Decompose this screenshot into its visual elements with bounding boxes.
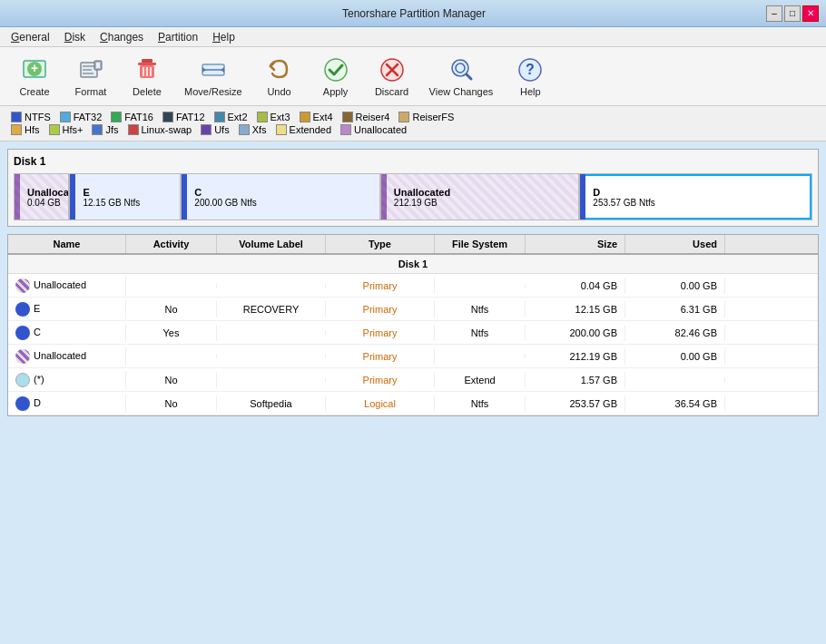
view-changes-label: View Changes: [429, 86, 494, 97]
table-cell: 0.04 GB: [526, 278, 625, 294]
row-icon: [15, 326, 30, 340]
view-changes-button[interactable]: View Changes: [421, 51, 502, 102]
partition-block[interactable]: D253.57 GB Ntfs: [580, 174, 811, 220]
partition-block[interactable]: C200.00 GB Ntfs: [182, 174, 381, 220]
table-column-header: Name: [8, 235, 126, 253]
partition-block[interactable]: E12.15 GB Ntfs: [70, 174, 182, 220]
row-icon: [15, 302, 30, 317]
table-cell: [435, 354, 526, 359]
window-title: Tenorshare Partition Manager: [62, 7, 766, 20]
menu-general[interactable]: General: [4, 29, 57, 45]
format-label: Format: [75, 86, 107, 97]
window-controls: – □ ✕: [766, 5, 819, 22]
table-cell: [625, 377, 725, 383]
menu-changes[interactable]: Changes: [93, 29, 151, 45]
help-button[interactable]: ? Help: [503, 51, 557, 102]
partition-block[interactable]: Unallocated212.19 GB: [381, 174, 581, 220]
menu-help[interactable]: Help: [205, 29, 242, 45]
legend-row-2: HfsHfs+JfsLinux-swapUfsXfsExtendedUnallo…: [11, 124, 815, 135]
help-label: Help: [520, 86, 541, 97]
apply-button[interactable]: Apply: [309, 51, 363, 102]
close-button[interactable]: ✕: [802, 5, 819, 22]
legend-item: Xfs: [239, 124, 267, 135]
legend-item: FAT32: [60, 112, 103, 122]
table-cell-name: E: [8, 299, 126, 319]
svg-text:?: ?: [526, 62, 535, 77]
menu-partition[interactable]: Partition: [151, 29, 205, 45]
table-row[interactable]: UnallocatedPrimary212.19 GB0.00 GB: [8, 345, 818, 368]
partition-block[interactable]: Unallocated0.04 GB: [15, 174, 70, 220]
table-cell: [217, 354, 326, 359]
table-body: UnallocatedPrimary0.04 GB0.00 GBENoRECOV…: [8, 274, 818, 415]
legend-item: Ext3: [257, 112, 290, 122]
table-column-header: Activity: [126, 235, 217, 253]
table-cell: Primary: [326, 372, 435, 388]
table-cell: 82.46 GB: [625, 325, 725, 341]
table-row[interactable]: ENoRECOVERYPrimaryNtfs12.15 GB6.31 GB: [8, 298, 818, 321]
row-icon: [15, 396, 30, 411]
svg-rect-6: [83, 73, 93, 74]
table-cell: RECOVERY: [217, 301, 326, 317]
table-cell: 0.00 GB: [625, 278, 725, 294]
legend-item: Ufs: [201, 124, 230, 135]
partition-size: 253.57 GB Ntfs: [593, 198, 806, 208]
legend: NTFSFAT32FAT16FAT12Ext2Ext3Ext4Reiser4Re…: [0, 106, 826, 141]
table-cell: 200.00 GB: [526, 325, 625, 341]
table-cell: Extend: [435, 372, 526, 388]
table-column-header: Type: [326, 235, 435, 253]
legend-item: Jfs: [92, 124, 118, 135]
table-column-header: Used: [625, 235, 725, 253]
legend-item: FAT16: [111, 112, 153, 122]
table-cell: No: [126, 301, 217, 317]
table-cell: Primary: [326, 278, 435, 294]
discard-button[interactable]: Discard: [365, 51, 419, 102]
legend-item: ReiserFS: [398, 112, 454, 122]
table-row[interactable]: (*)NoPrimaryExtend1.57 GB: [8, 368, 818, 392]
table-cell: Logical: [326, 395, 435, 412]
partition-name: D: [593, 187, 806, 198]
table-cell-name: C: [8, 323, 126, 343]
table-cell: Ntfs: [435, 325, 526, 341]
table-row[interactable]: UnallocatedPrimary0.04 GB0.00 GB: [8, 274, 818, 298]
format-button[interactable]: Format: [64, 51, 118, 102]
apply-icon: [321, 55, 350, 84]
undo-button[interactable]: Undo: [252, 51, 307, 102]
toolbar: + Create Format: [0, 47, 826, 106]
maximize-button[interactable]: □: [784, 5, 801, 22]
table-row[interactable]: CYesPrimaryNtfs200.00 GB82.46 GB: [8, 321, 818, 345]
svg-line-25: [467, 74, 471, 79]
minimize-button[interactable]: –: [766, 5, 782, 22]
move-resize-icon: [199, 55, 228, 84]
create-button[interactable]: + Create: [7, 51, 62, 102]
row-icon: [15, 278, 30, 293]
table-row[interactable]: DNoSoftpediaLogicalNtfs253.57 GB36.54 GB: [8, 392, 818, 415]
legend-item: FAT12: [162, 112, 205, 122]
table-cell: No: [126, 395, 217, 412]
delete-button[interactable]: Delete: [120, 51, 174, 102]
partition-size: 200.00 GB Ntfs: [194, 198, 374, 208]
move-resize-button[interactable]: Move/Resize: [176, 51, 251, 102]
table-cell: 12.15 GB: [526, 301, 625, 317]
disk-group-header: Disk 1: [8, 255, 818, 274]
menu-disk[interactable]: Disk: [57, 29, 93, 45]
svg-rect-4: [83, 65, 95, 67]
view-changes-icon: [447, 55, 476, 84]
delete-label: Delete: [133, 86, 162, 97]
table-cell: 212.19 GB: [526, 348, 625, 365]
legend-item: Hfs: [11, 124, 40, 135]
table-cell: No: [126, 372, 217, 388]
table-cell: [217, 330, 326, 336]
table-cell: Ntfs: [435, 301, 526, 317]
table-cell: 36.54 GB: [625, 395, 725, 412]
partition-name: C: [194, 187, 374, 198]
table-cell: 0.00 GB: [625, 348, 725, 365]
table-cell: 253.57 GB: [526, 395, 625, 412]
apply-label: Apply: [323, 86, 349, 97]
undo-icon: [265, 55, 294, 84]
undo-label: Undo: [267, 86, 290, 97]
disk-label: Disk 1: [14, 155, 812, 168]
create-icon: +: [20, 55, 49, 84]
legend-item: Ext2: [214, 112, 248, 122]
legend-item: Unallocated: [340, 124, 407, 135]
table-cell-name: Unallocated: [8, 276, 126, 296]
